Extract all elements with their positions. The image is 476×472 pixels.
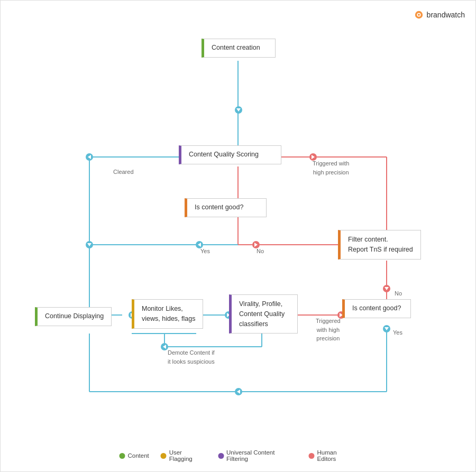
arrow-circle-yes: [196, 241, 203, 248]
monitor-likes-node: Monitor Likes,views, hides, flags: [132, 299, 203, 329]
legend-user-flagging: User Flagging: [161, 449, 206, 462]
is-content-good-1-node: Is content good?: [185, 198, 267, 217]
arrow-circle-yes-2: [383, 325, 390, 332]
filter-content-label: Filter content.Report TnS if required: [348, 236, 413, 253]
svg-marker-37: [163, 345, 166, 349]
no-1-label: No: [257, 248, 264, 254]
legend-human-editors-label: Human Editors: [317, 449, 357, 462]
legend-human-editors-dot: [309, 453, 315, 459]
yes-1-label: Yes: [200, 248, 210, 254]
legend-universal-filtering-dot: [218, 453, 224, 459]
continue-displaying-label: Continue Displaying: [45, 312, 104, 320]
arrow-circle-filter-no: [383, 285, 390, 292]
virality-profile-node: Virality, Profile,Content Qualityclassif…: [229, 294, 298, 334]
legend-content-label: Content: [128, 452, 149, 459]
content-creation-node: Content creation: [202, 39, 276, 58]
content-quality-scoring-label: Content Quality Scoring: [189, 151, 259, 158]
is-content-good-2-label: Is content good?: [352, 304, 401, 312]
svg-marker-36: [237, 390, 240, 394]
yes-2-label: Yes: [393, 329, 402, 336]
arrow-circle-no: [252, 241, 260, 248]
legend: Content User Flagging Universal Content …: [120, 449, 357, 462]
svg-marker-35: [385, 327, 389, 330]
arrow-circle-cleared: [86, 153, 93, 161]
svg-marker-27: [198, 243, 201, 247]
arrow-circle-bottom: [235, 388, 242, 395]
arrow-circle-left-down: [86, 241, 93, 248]
legend-content-dot: [120, 453, 125, 459]
arrow-circle-demote: [161, 343, 168, 350]
svg-marker-31: [385, 287, 389, 290]
brandwatch-logo: brandwatch: [414, 10, 465, 20]
legend-user-flagging-dot: [161, 453, 167, 459]
arrow-circle-1: [235, 106, 242, 114]
virality-profile-label: Virality, Profile,Content Qualityclassif…: [239, 300, 285, 328]
cleared-label: Cleared: [113, 169, 134, 175]
brandwatch-logo-icon: [414, 10, 424, 20]
is-content-good-2-node: Is content good?: [342, 299, 411, 318]
page: brandwatch: [0, 0, 476, 472]
is-content-good-1-label: Is content good?: [195, 203, 243, 211]
svg-marker-26: [312, 155, 315, 159]
demote-content-label: Demote Content ifit looks suspicious: [168, 348, 215, 366]
legend-content: Content: [120, 452, 149, 459]
content-creation-label: Content creation: [212, 44, 260, 51]
triggered-high-precision-2-label: Triggeredwith highprecision: [316, 317, 341, 343]
legend-user-flagging-label: User Flagging: [169, 449, 207, 462]
content-quality-scoring-node: Content Quality Scoring: [179, 145, 281, 164]
brandwatch-name: brandwatch: [427, 11, 465, 19]
svg-point-2: [418, 14, 420, 16]
svg-marker-28: [254, 243, 258, 247]
legend-universal-filtering-label: Universal Content Filtering: [226, 449, 297, 462]
no-2-label: No: [395, 290, 402, 297]
svg-marker-25: [88, 155, 91, 159]
continue-displaying-node: Continue Displaying: [35, 307, 112, 326]
triggered-high-precision-1-label: Triggered withhigh precision: [313, 159, 349, 177]
monitor-likes-label: Monitor Likes,views, hides, flags: [142, 305, 195, 322]
flowchart-lines: [1, 1, 476, 455]
svg-marker-29: [87, 243, 91, 246]
svg-marker-24: [236, 108, 241, 112]
legend-human-editors: Human Editors: [309, 449, 357, 462]
legend-universal-filtering: Universal Content Filtering: [218, 449, 297, 462]
filter-content-node: Filter content.Report TnS if required: [338, 230, 421, 260]
